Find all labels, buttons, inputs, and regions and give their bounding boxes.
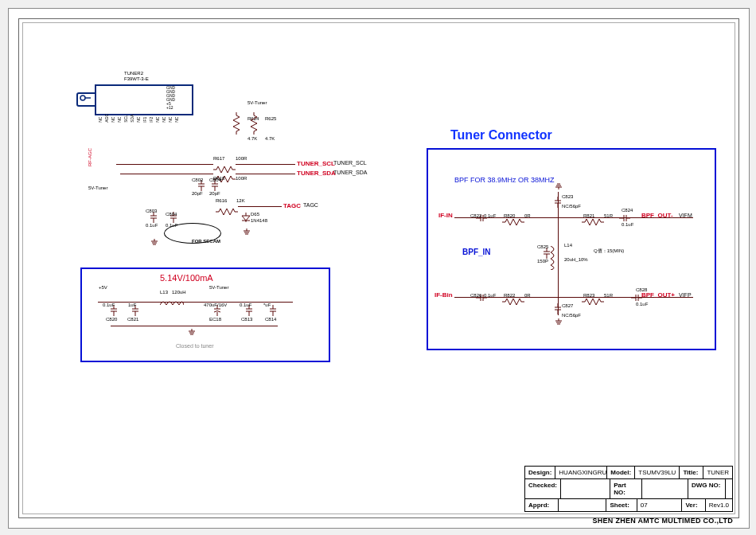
net-tuner-sda-port: TUNER_SDA	[297, 170, 336, 177]
apprd-label: Apprd:	[525, 499, 559, 511]
c821-val: 1uF	[128, 303, 136, 307]
r821-val: 51R	[604, 213, 613, 218]
net-5vtuner-top: 5V-Tuner	[247, 100, 267, 105]
title-value: TUNER	[703, 467, 732, 478]
r820-ref: R820	[504, 213, 515, 218]
design-label: Design:	[525, 467, 555, 478]
r616-ref: R616	[216, 198, 227, 203]
l13-val: 120uH	[172, 290, 186, 295]
c827-val: NC/56pF	[562, 313, 581, 318]
design-value: HUANGXINGRU	[555, 467, 607, 478]
c822-ref: C822	[470, 213, 481, 218]
tuner-ic	[95, 84, 193, 115]
5vtuner-label: 5V-Tuner	[209, 285, 228, 290]
c802-val: 20pF	[192, 191, 203, 196]
cb04-ref: CB04	[209, 178, 221, 182]
r822-ref: R822	[504, 293, 515, 298]
secam-note: FOR SECAM	[192, 239, 220, 244]
net-ifin: IF-IN	[438, 212, 453, 219]
c814-val: *uF	[263, 303, 271, 307]
r820-val: 0R	[524, 213, 531, 218]
company-name: SHEN ZHEN AMTC MULTIMED CO.,LTD	[592, 517, 733, 525]
c802-ref: C802	[192, 178, 203, 182]
c820-val: 0.1uF	[103, 303, 115, 307]
c803-symbol	[150, 212, 157, 223]
c827-ref: C827	[562, 303, 573, 308]
tuner-bottom-pins: NC AGC NC NC SCL SDA NC IF1 IF2 NC NC NC…	[98, 114, 179, 123]
net-tagc: TAGC	[303, 202, 318, 208]
r624-symbol	[238, 112, 244, 135]
ec18-val: 470uF/16V	[204, 303, 227, 307]
rf-connector-icon	[79, 94, 92, 102]
c825-ref: C825	[537, 244, 548, 249]
schematic-sheet: TUNER2 F39WT-3-E NC AGC NC NC SCL SDA NC…	[8, 8, 750, 529]
l13-ref: L13	[160, 290, 168, 295]
apprd-value	[559, 499, 606, 511]
bpf-in-label: BPF_IN	[462, 248, 491, 256]
gnd-1	[150, 236, 158, 244]
c826-ref: C826	[470, 293, 481, 298]
power-header: 5.14V/100mA	[160, 273, 213, 283]
checked-label: Checked:	[525, 479, 561, 498]
tuner-right-pins: GND GND GND GND +5 +12	[166, 86, 175, 110]
c828-symbol	[631, 295, 642, 301]
c814-ref: C814	[265, 317, 276, 322]
gnd-2	[243, 225, 251, 233]
c813-val: 0.1uF	[240, 303, 251, 307]
net-vifp: VIFP	[679, 292, 692, 298]
net-rfagc: RF-AGC	[88, 148, 92, 166]
net-ifbin: IF-Bin	[435, 291, 453, 299]
wire-scl-2	[236, 164, 295, 165]
ver-label: Ver:	[682, 499, 705, 511]
net-bpfoutp: BPF_OUT+	[641, 291, 675, 299]
r625-val: 4.7K	[265, 136, 275, 141]
tc-gnd-top	[555, 185, 563, 193]
tc-gnd-bot	[555, 315, 563, 323]
c813-ref: C813	[241, 317, 252, 322]
c825-val: 150P	[537, 259, 548, 264]
c828-val: 0.1uF	[636, 302, 648, 307]
partno-label: Part NO:	[610, 479, 641, 498]
r823-val: 51R	[604, 293, 613, 298]
l14-symbol	[552, 246, 560, 270]
c823-symbol	[555, 197, 561, 208]
sheet-label: Sheet:	[606, 499, 637, 511]
ec18-ref: EC18	[209, 317, 221, 322]
net-tuner-sda: TUNER_SDA	[333, 170, 367, 175]
net-bpfoutm: BPF_OUT-	[641, 212, 673, 219]
c826-val: 0.1uF	[484, 293, 496, 298]
wire-scl-1	[116, 164, 213, 165]
net-5vtuner-1: 5V-Tuner	[88, 185, 107, 190]
dwgno-value	[726, 479, 732, 498]
title-block: Design: HUANGXINGRU Model: TSUMV39LU Tit…	[524, 466, 733, 512]
tuner-connector-title: Tuner Connector	[450, 128, 552, 143]
plus5-label: +5V	[99, 285, 107, 290]
net-tuner-scl-port: TUNER_SCL	[297, 160, 335, 167]
dwgno-label: DWG NO:	[688, 479, 726, 498]
c823-ref: C823	[562, 194, 573, 199]
r617-val: 100R	[236, 156, 247, 161]
r624-val: 4.7K	[247, 136, 257, 141]
d65-ref: D65	[251, 212, 259, 217]
c824-symbol	[619, 215, 630, 221]
checked-value	[561, 479, 610, 498]
c828-ref: C828	[636, 287, 647, 292]
model-label: Model:	[607, 467, 635, 478]
title-label: Title:	[680, 467, 703, 478]
closed-to-tuner: Closed to tuner	[176, 343, 213, 349]
r822-val: 0R	[524, 293, 531, 298]
l13-symbol	[160, 295, 184, 303]
svg-point-0	[80, 96, 85, 100]
r625-symbol	[255, 112, 262, 135]
c803-val: 0.1uF	[146, 223, 158, 228]
net-vifm: VIFM	[679, 213, 692, 218]
q-note: Q值：15(MIN)	[594, 248, 624, 255]
cb04-val: 20pF	[209, 191, 220, 196]
tuner2-ref: TUNER2	[124, 71, 143, 76]
c804-ref: C804	[166, 212, 177, 217]
svg-marker-10	[242, 216, 250, 221]
r618-val: 100R	[236, 176, 247, 181]
c824-val: 0.1uF	[622, 222, 633, 227]
model-value: TSUMV39LU	[635, 467, 680, 478]
r617-symbol	[213, 162, 236, 168]
